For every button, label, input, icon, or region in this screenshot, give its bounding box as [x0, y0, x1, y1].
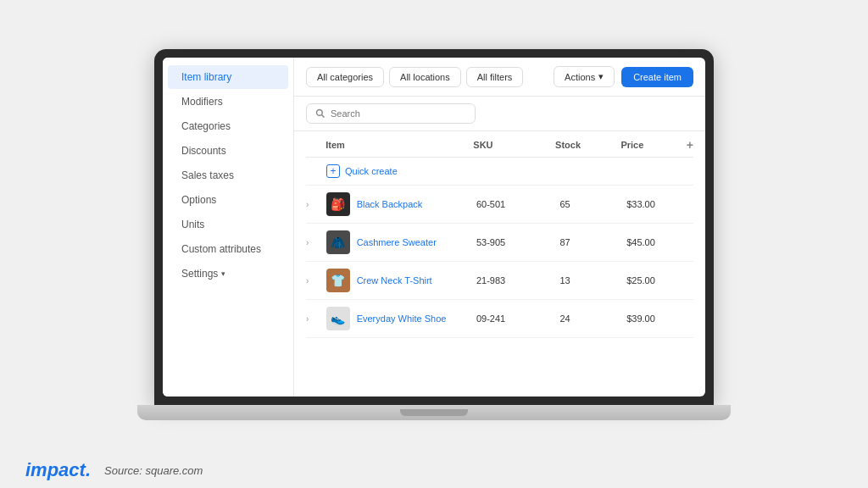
quick-create-label: Quick create — [345, 166, 398, 176]
table: Item SKU Stock Price + + Quick create — [294, 131, 705, 396]
sidebar-item-discounts[interactable]: Discounts — [168, 139, 288, 163]
table-row[interactable]: › 👕 Crew Neck T-Shirt 21-983 13 $25.00 — [306, 262, 693, 300]
row-chevron-icon: › — [306, 238, 326, 247]
item-stock: 87 — [559, 237, 626, 247]
brand-logo: impact. — [25, 459, 91, 481]
item-name: Everyday White Shoe — [357, 313, 447, 324]
search-icon — [315, 108, 326, 119]
col-header-item: Item — [326, 140, 473, 150]
plus-icon: + — [326, 164, 340, 178]
table-rows: › 🎒 Black Backpack 60-501 65 $33.00 › 🧥 … — [306, 186, 693, 338]
item-cell: 👟 Everyday White Shoe — [326, 307, 476, 330]
action-buttons: Actions ▾ Create item — [554, 66, 693, 87]
row-chevron-icon: › — [306, 314, 326, 324]
sidebar-item-categories[interactable]: Categories — [168, 114, 288, 138]
chevron-down-icon: ▾ — [221, 269, 225, 278]
sidebar-item-sales-taxes[interactable]: Sales taxes — [168, 164, 288, 187]
item-cell: 🧥 Cashmere Sweater — [326, 230, 476, 254]
quick-create-button[interactable]: + Quick create — [326, 164, 398, 178]
item-stock: 65 — [559, 199, 626, 209]
sidebar-item-item-library[interactable]: Item library — [168, 65, 288, 89]
all-locations-button[interactable]: All locations — [389, 67, 461, 87]
table-row[interactable]: › 🧥 Cashmere Sweater 53-905 87 $45.00 — [306, 224, 693, 262]
item-name: Cashmere Sweater — [357, 237, 437, 247]
create-item-button[interactable]: Create item — [621, 67, 693, 87]
col-header-stock: Stock — [555, 140, 620, 150]
item-sku: 21-983 — [476, 275, 559, 286]
col-header-price: Price — [620, 140, 686, 150]
item-stock: 13 — [559, 275, 626, 286]
sidebar-item-custom-attributes[interactable]: Custom attributes — [168, 237, 288, 261]
actions-button[interactable]: Actions ▾ — [554, 66, 615, 87]
laptop-notch — [400, 409, 468, 416]
item-name: Black Backpack — [357, 199, 423, 209]
search-bar — [294, 97, 705, 131]
row-chevron-icon: › — [306, 276, 326, 286]
item-thumbnail: 🎒 — [326, 192, 350, 216]
top-bar: All categories All locations All filters… — [294, 58, 705, 97]
table-row[interactable]: › 👟 Everyday White Shoe 09-241 24 $39.00 — [306, 300, 693, 338]
chevron-down-icon: ▾ — [598, 71, 604, 82]
main-content: All categories All locations All filters… — [294, 58, 705, 396]
item-price: $45.00 — [626, 237, 693, 247]
table-row[interactable]: › 🎒 Black Backpack 60-501 65 $33.00 — [306, 186, 693, 224]
all-categories-button[interactable]: All categories — [306, 67, 384, 87]
laptop-base — [137, 405, 731, 420]
add-column-button[interactable]: + — [687, 138, 693, 152]
svg-line-1 — [322, 115, 325, 118]
item-sku: 53-905 — [476, 237, 559, 247]
filter-buttons: All categories All locations All filters — [306, 67, 523, 87]
sidebar-item-settings[interactable]: Settings▾ — [168, 262, 288, 286]
item-price: $39.00 — [626, 313, 693, 324]
sidebar-item-units[interactable]: Units — [168, 213, 288, 236]
search-input-wrap — [306, 103, 476, 124]
sidebar-item-options[interactable]: Options — [168, 188, 288, 212]
table-header: Item SKU Stock Price + — [306, 131, 693, 158]
col-header-sku: SKU — [473, 140, 555, 150]
item-cell: 👕 Crew Neck T-Shirt — [326, 269, 476, 292]
source-text: Source: square.com — [104, 464, 203, 477]
all-filters-button[interactable]: All filters — [466, 67, 524, 87]
row-chevron-icon: › — [306, 200, 326, 209]
quick-create-row: + Quick create — [306, 158, 693, 186]
item-stock: 24 — [559, 313, 626, 324]
item-cell: 🎒 Black Backpack — [326, 192, 476, 216]
item-thumbnail: 👟 — [326, 307, 350, 330]
item-sku: 09-241 — [476, 313, 559, 324]
item-price: $25.00 — [626, 275, 693, 286]
sidebar-item-modifiers[interactable]: Modifiers — [168, 90, 288, 114]
search-input[interactable] — [331, 108, 466, 119]
sidebar: Item libraryModifiersCategoriesDiscounts… — [163, 58, 294, 396]
item-name: Crew Neck T-Shirt — [357, 275, 432, 286]
svg-point-0 — [317, 110, 323, 116]
item-price: $33.00 — [626, 199, 693, 209]
item-thumbnail: 🧥 — [326, 230, 350, 254]
item-sku: 60-501 — [476, 199, 559, 209]
item-thumbnail: 👕 — [326, 269, 350, 292]
bottom-branding: impact. Source: square.com — [0, 452, 868, 488]
